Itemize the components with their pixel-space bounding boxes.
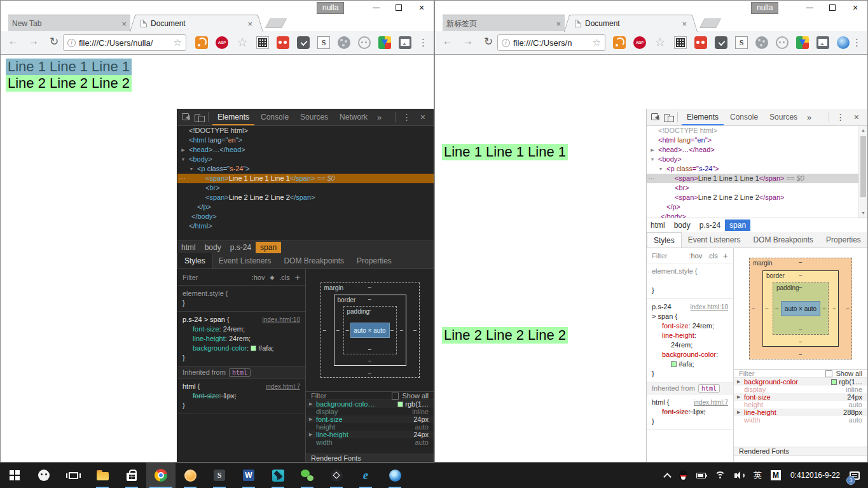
titlebar[interactable]: nulla × — [435, 1, 867, 15]
tab-dom-breakpoints[interactable]: DOM Breakpoints — [747, 232, 820, 247]
ring-extension-icon[interactable] — [358, 36, 371, 49]
reload-button[interactable]: ↻ — [46, 35, 62, 48]
close-button[interactable]: × — [844, 1, 867, 15]
scrollbar-thumb[interactable] — [860, 136, 866, 197]
tab-event-listeners[interactable]: Event Listeners — [682, 232, 747, 247]
devtools-menu-icon[interactable]: ⋮ — [832, 112, 850, 122]
minimize-button[interactable] — [364, 1, 387, 15]
tab-document[interactable]: Document × — [137, 15, 256, 32]
globe-extension-icon[interactable] — [837, 36, 850, 49]
computed-row[interactable]: ▶font-size24px — [734, 393, 867, 401]
graduation-app-icon[interactable] — [263, 463, 293, 488]
dom-node[interactable]: </html> — [177, 221, 434, 231]
file-explorer-icon[interactable] — [88, 463, 117, 488]
element-style-rule[interactable]: element.style { } — [647, 263, 733, 299]
ime-mode-indicator[interactable]: M — [766, 463, 785, 488]
crumb-html[interactable]: html — [181, 243, 196, 252]
crumb-span[interactable]: span — [725, 220, 750, 231]
bookmark-star-icon[interactable]: ☆ — [593, 37, 601, 48]
tab-event-listeners[interactable]: Event Listeners — [212, 253, 278, 268]
url-text[interactable]: file:///C:/Users/n — [513, 38, 590, 48]
dom-node[interactable]: ▼<body> — [177, 155, 434, 164]
url-text[interactable]: file:///C:/Users/nulla/ — [79, 38, 171, 48]
page-line2[interactable]: Line 2 Line 2 Line 2 — [6, 75, 132, 92]
page-info-icon[interactable]: i — [502, 39, 510, 47]
dom-node[interactable]: <html lang="en"> — [647, 136, 867, 145]
inherited-node-badge[interactable]: html — [698, 384, 720, 393]
dom-node[interactable]: <html lang="en"> — [177, 136, 434, 145]
forward-button[interactable]: → — [460, 35, 476, 48]
page-info-icon[interactable]: i — [67, 39, 76, 47]
image-extension-icon[interactable] — [816, 36, 829, 49]
tab-sources[interactable]: Sources — [295, 109, 333, 125]
page-line2[interactable]: Line 2 Line 2 Line 2 — [442, 327, 568, 344]
dom-node[interactable]: <br> — [177, 183, 434, 193]
back-button[interactable]: ← — [6, 35, 21, 48]
clock[interactable]: 0:41 2016-9-22 — [785, 463, 845, 488]
tab-document[interactable]: Document × — [571, 15, 691, 32]
element-state-icon[interactable]: ◆ — [270, 274, 274, 281]
hover-toggle[interactable]: :hov — [252, 274, 265, 281]
computed-row[interactable]: ▶line-height24px — [306, 431, 434, 438]
collapse-icon[interactable]: ▼ — [649, 155, 656, 164]
palette-extension-icon[interactable] — [338, 36, 350, 49]
show-all-checkbox[interactable] — [392, 393, 399, 400]
qr-code-extension-icon[interactable] — [674, 36, 687, 49]
dom-node[interactable]: ▼<body> — [647, 155, 867, 164]
tray-expand-icon[interactable] — [660, 463, 675, 488]
bookmark-extension-icon[interactable]: ☆ — [236, 36, 249, 49]
scroll-up-icon[interactable]: ▲ — [859, 127, 867, 134]
source-link[interactable]: index.html:10 — [263, 315, 300, 324]
dom-node[interactable]: </p> — [647, 202, 867, 212]
back-button[interactable]: ← — [440, 35, 455, 48]
source-link[interactable]: index.html:7 — [694, 398, 728, 407]
maximize-button[interactable] — [821, 1, 844, 15]
tab-console[interactable]: Console — [256, 109, 294, 125]
new-rule-icon[interactable]: + — [723, 251, 728, 261]
internet-explorer-icon[interactable]: e — [351, 463, 380, 488]
blue-globe-app-icon[interactable] — [380, 463, 410, 488]
collapse-icon[interactable]: ▼ — [658, 164, 664, 174]
tab-sources[interactable]: Sources — [764, 109, 803, 125]
dom-node[interactable]: ▼<p class="s-24"> — [647, 164, 867, 174]
scrollbar[interactable]: ▲ ▼ — [858, 126, 867, 218]
devtools-close-icon[interactable]: × — [416, 112, 430, 122]
orange-app-icon[interactable] — [176, 463, 205, 488]
collapse-icon[interactable]: ▼ — [188, 164, 195, 174]
page-line1[interactable]: Line 1 Line 1 Line 1 — [6, 59, 132, 75]
battery-icon[interactable] — [692, 463, 710, 488]
page-line1[interactable]: Line 1 Line 1 Line 1 — [442, 144, 568, 160]
more-tabs-icon[interactable]: » — [374, 113, 385, 122]
source-link[interactable]: index.html:7 — [266, 382, 300, 391]
rss-extension-icon[interactable] — [613, 36, 626, 49]
windows-store-icon[interactable] — [117, 463, 146, 488]
switch-extension-icon[interactable] — [277, 36, 289, 49]
device-toolbar-icon[interactable] — [193, 112, 204, 123]
dom-node[interactable]: </body> — [177, 212, 434, 221]
dom-node[interactable]: ▶<head>…</head> — [177, 145, 434, 155]
wechat-icon[interactable] — [293, 463, 322, 488]
adblock-extension-icon[interactable]: ABP — [633, 36, 646, 49]
tab-elements[interactable]: Elements — [682, 109, 724, 125]
tab-close-icon[interactable]: × — [556, 19, 561, 29]
bookmark-extension-icon[interactable]: ☆ — [654, 36, 666, 49]
forward-button[interactable]: → — [26, 35, 41, 48]
tab-dom-breakpoints[interactable]: DOM Breakpoints — [277, 253, 350, 268]
translate-extension-icon[interactable] — [378, 36, 391, 49]
crumb-p[interactable]: p.s-24 — [230, 243, 251, 252]
notification-center-icon[interactable]: 3 — [845, 463, 864, 488]
dom-node[interactable]: <!DOCTYPE html> — [177, 126, 434, 136]
computed-filter[interactable]: Filter Show all — [734, 369, 867, 378]
computed-row[interactable]: displayinline — [734, 386, 867, 393]
crumb-html[interactable]: html — [651, 221, 665, 230]
tab-close-icon[interactable]: × — [121, 19, 127, 29]
box-model[interactable]: margin−−−− border−−−− padding−−−− auto ×… — [734, 248, 867, 369]
computed-row[interactable]: widthauto — [734, 416, 867, 424]
css-rule-span[interactable]: index.html:10p.s-24 > span { font-size: … — [647, 299, 733, 382]
dom-node[interactable]: </body> — [647, 212, 867, 218]
class-toggle[interactable]: .cls — [279, 274, 290, 281]
volume-icon[interactable] — [730, 463, 749, 488]
computed-row[interactable]: ▶background-colorrgb(1… — [734, 378, 867, 386]
crumb-span[interactable]: span — [256, 242, 281, 253]
css-rule-html[interactable]: index.html:7html { font-size: 1px; } — [177, 379, 305, 414]
